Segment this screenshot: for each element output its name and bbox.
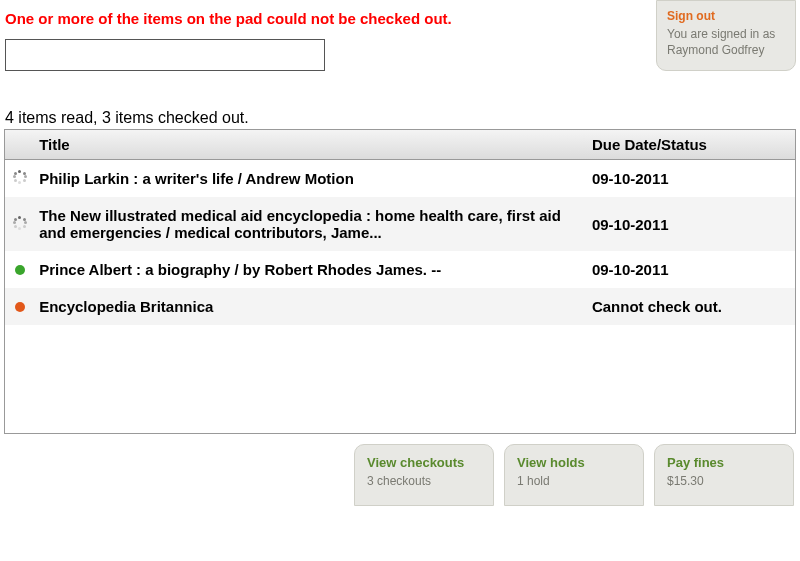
ok-dot-icon bbox=[15, 265, 25, 275]
button-title: Pay fines bbox=[667, 455, 781, 470]
item-title: The New illustrated medical aid encyclop… bbox=[31, 197, 584, 251]
item-title: Philip Larkin : a writer's life / Andrew… bbox=[31, 160, 584, 198]
pay-fines-button[interactable]: Pay fines $15.30 bbox=[654, 444, 794, 506]
col-title: Title bbox=[31, 130, 584, 160]
item-title: Encyclopedia Britannica bbox=[31, 288, 584, 325]
view-checkouts-button[interactable]: View checkouts 3 checkouts bbox=[354, 444, 494, 506]
button-title: View checkouts bbox=[367, 455, 481, 470]
items-table: Title Due Date/Status Philip Larkin : a … bbox=[4, 129, 796, 434]
loading-icon bbox=[13, 216, 27, 230]
sign-out-panel: Sign out You are signed in as Raymond Go… bbox=[656, 0, 796, 71]
table-row: The New illustrated medical aid encyclop… bbox=[5, 197, 795, 251]
barcode-input[interactable] bbox=[5, 39, 325, 71]
col-due: Due Date/Status bbox=[584, 130, 795, 160]
button-subtitle: 1 hold bbox=[517, 474, 631, 488]
table-row: Encyclopedia Britannica Cannot check out… bbox=[5, 288, 795, 325]
button-subtitle: $15.30 bbox=[667, 474, 781, 488]
item-due: 09-10-2011 bbox=[584, 197, 795, 251]
item-due: Cannot check out. bbox=[584, 288, 795, 325]
bottom-button-bar: View checkouts 3 checkouts View holds 1 … bbox=[0, 444, 794, 506]
summary-text: 4 items read, 3 items checked out. bbox=[5, 109, 795, 127]
button-subtitle: 3 checkouts bbox=[367, 474, 481, 488]
error-dot-icon bbox=[15, 302, 25, 312]
loading-icon bbox=[13, 170, 27, 184]
table-row: Prince Albert : a biography / by Robert … bbox=[5, 251, 795, 288]
item-title: Prince Albert : a biography / by Robert … bbox=[31, 251, 584, 288]
item-due: 09-10-2011 bbox=[584, 251, 795, 288]
col-status bbox=[5, 130, 31, 160]
signed-in-as: You are signed in as Raymond Godfrey bbox=[667, 27, 785, 58]
sign-out-link[interactable]: Sign out bbox=[667, 9, 785, 23]
view-holds-button[interactable]: View holds 1 hold bbox=[504, 444, 644, 506]
button-title: View holds bbox=[517, 455, 631, 470]
table-empty-space bbox=[5, 325, 795, 433]
table-row: Philip Larkin : a writer's life / Andrew… bbox=[5, 160, 795, 198]
item-due: 09-10-2011 bbox=[584, 160, 795, 198]
